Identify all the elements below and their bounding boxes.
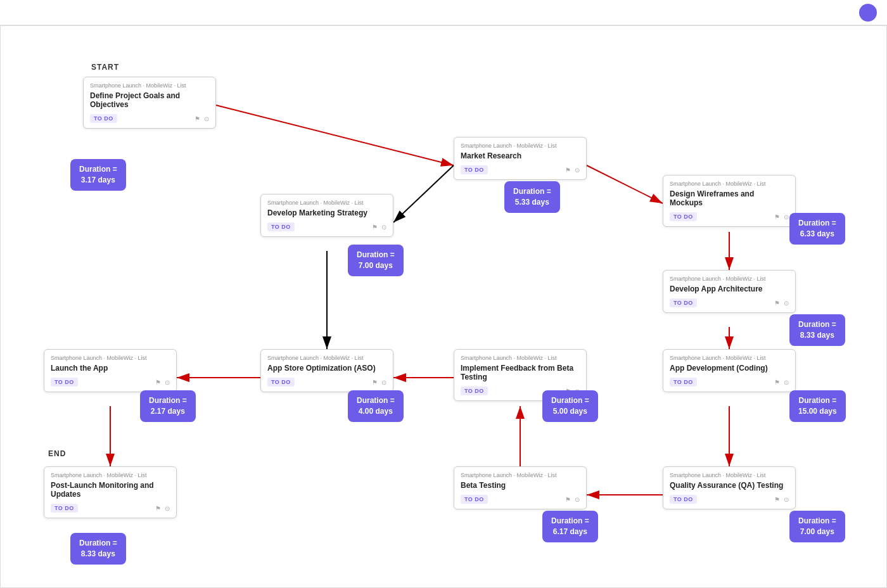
todo-badge: TO DO <box>670 212 697 221</box>
flag-icon: ⚑ <box>774 300 780 307</box>
todo-badge: TO DO <box>670 495 697 504</box>
node-beta-testing[interactable]: Smartphone Launch · MobileWiz · List Bet… <box>454 466 587 509</box>
duration-dur-wireframes: Duration = 6.33 days <box>789 213 845 245</box>
start-label: START <box>91 63 119 72</box>
duration-dur-market: Duration = 5.33 days <box>504 181 560 213</box>
node-title: Post-Launch Monitoring and Updates <box>51 481 170 499</box>
flag-icon: ⚑ <box>565 167 571 174</box>
node-title: Develop Marketing Strategy <box>267 208 386 217</box>
node-qa-testing[interactable]: Smartphone Launch · MobileWiz · List Qua… <box>663 466 796 509</box>
end-label: END <box>48 449 66 458</box>
node-breadcrumb: Smartphone Launch · MobileWiz · List <box>461 355 580 361</box>
flag-icon: ⚑ <box>774 214 780 220</box>
canvas: Smartphone Launch · MobileWiz · List Def… <box>0 25 887 588</box>
svg-line-3 <box>393 165 454 222</box>
todo-badge: TO DO <box>461 495 488 504</box>
svg-line-4 <box>587 165 663 203</box>
more-icon: ⊙ <box>381 224 386 231</box>
node-title: Market Research <box>461 151 580 160</box>
flag-icon: ⚑ <box>565 496 571 503</box>
node-title: Define Project Goals and Objectives <box>90 91 209 109</box>
todo-badge: TO DO <box>267 378 295 387</box>
more-icon: ⊙ <box>381 379 386 386</box>
duration-dur-architecture: Duration = 8.33 days <box>789 314 845 346</box>
node-design-wireframes[interactable]: Smartphone Launch · MobileWiz · List Des… <box>663 175 796 227</box>
todo-badge: TO DO <box>670 298 697 307</box>
more-icon: ⊙ <box>575 496 580 503</box>
node-breadcrumb: Smartphone Launch · MobileWiz · List <box>461 143 580 149</box>
duration-dur-feedback: Duration = 5.00 days <box>542 390 598 422</box>
todo-badge: TO DO <box>461 165 488 174</box>
flag-icon: ⚑ <box>195 115 200 122</box>
more-icon: ⊙ <box>165 379 170 386</box>
todo-badge: TO DO <box>51 504 78 513</box>
flag-icon: ⚑ <box>774 496 780 503</box>
node-breadcrumb: Smartphone Launch · MobileWiz · List <box>90 82 209 89</box>
more-icon: ⊙ <box>165 505 170 512</box>
duration-dur-aso: Duration = 4.00 days <box>348 390 404 422</box>
duration-dur-appdev: Duration = 15.00 days <box>789 390 846 422</box>
flag-icon: ⚑ <box>372 224 378 231</box>
node-market-research[interactable]: Smartphone Launch · MobileWiz · List Mar… <box>454 137 587 180</box>
node-define-project[interactable]: Smartphone Launch · MobileWiz · List Def… <box>83 77 216 129</box>
more-icon: ⊙ <box>784 300 789 307</box>
node-title: Beta Testing <box>461 481 580 490</box>
node-develop-architecture[interactable]: Smartphone Launch · MobileWiz · List Dev… <box>663 270 796 313</box>
node-title: Quality Assurance (QA) Testing <box>670 481 789 490</box>
node-breadcrumb: Smartphone Launch · MobileWiz · List <box>267 355 386 361</box>
flag-icon: ⚑ <box>774 379 780 386</box>
node-app-store-opt[interactable]: Smartphone Launch · MobileWiz · List App… <box>260 349 393 392</box>
node-post-launch[interactable]: Smartphone Launch · MobileWiz · List Pos… <box>44 466 177 518</box>
more-icon: ⊙ <box>204 115 209 122</box>
more-icon: ⊙ <box>784 496 789 503</box>
more-icon: ⊙ <box>784 379 789 386</box>
node-title: App Store Optimization (ASO) <box>267 364 386 373</box>
node-title: Implement Feedback from Beta Testing <box>461 364 580 381</box>
todo-badge: TO DO <box>90 114 117 123</box>
node-breadcrumb: Smartphone Launch · MobileWiz · List <box>51 355 170 361</box>
duration-dur-launch: Duration = 2.17 days <box>140 390 196 422</box>
duration-dur-qa: Duration = 7.00 days <box>789 511 845 542</box>
todo-badge: TO DO <box>51 378 78 387</box>
user-avatar[interactable] <box>859 4 877 22</box>
node-breadcrumb: Smartphone Launch · MobileWiz · List <box>670 276 789 282</box>
node-launch-app[interactable]: Smartphone Launch · MobileWiz · List Lau… <box>44 349 177 392</box>
more-icon: ⊙ <box>575 167 580 174</box>
svg-line-2 <box>216 105 454 165</box>
node-title: Launch the App <box>51 364 170 373</box>
node-breadcrumb: Smartphone Launch · MobileWiz · List <box>670 355 789 361</box>
more-icon: ⊙ <box>784 214 789 220</box>
todo-badge: TO DO <box>670 378 697 387</box>
node-title: Develop App Architecture <box>670 284 789 293</box>
node-title: App Development (Coding) <box>670 364 789 373</box>
node-breadcrumb: Smartphone Launch · MobileWiz · List <box>267 200 386 206</box>
todo-badge: TO DO <box>461 387 488 395</box>
duration-dur-beta: Duration = 6.17 days <box>542 511 598 542</box>
duration-dur-post: Duration = 8.33 days <box>70 533 126 565</box>
todo-badge: TO DO <box>267 222 295 231</box>
duration-dur-marketing: Duration = 7.00 days <box>348 245 404 276</box>
flag-icon: ⚑ <box>155 505 161 512</box>
top-bar <box>0 0 887 25</box>
node-breadcrumb: Smartphone Launch · MobileWiz · List <box>51 472 170 478</box>
duration-dur-define: Duration = 3.17 days <box>70 159 126 191</box>
node-develop-marketing[interactable]: Smartphone Launch · MobileWiz · List Dev… <box>260 194 393 237</box>
node-title: Design Wireframes and Mockups <box>670 189 789 207</box>
flag-icon: ⚑ <box>372 379 378 386</box>
node-breadcrumb: Smartphone Launch · MobileWiz · List <box>670 181 789 187</box>
node-breadcrumb: Smartphone Launch · MobileWiz · List <box>461 472 580 478</box>
node-breadcrumb: Smartphone Launch · MobileWiz · List <box>670 472 789 478</box>
node-app-development[interactable]: Smartphone Launch · MobileWiz · List App… <box>663 349 796 392</box>
flag-icon: ⚑ <box>155 379 161 386</box>
